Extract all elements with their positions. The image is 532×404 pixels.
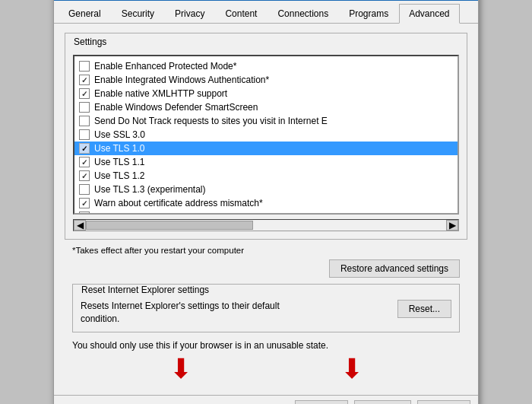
settings-group-box: Settings Enable Enhanced Protected Mode*… <box>65 33 467 240</box>
setting-label: Warn if changing between secure and not … <box>94 212 318 213</box>
scroll-left-btn[interactable]: ◀ <box>74 220 86 231</box>
arrow-down-left: ⬇ <box>169 355 192 383</box>
setting-label: Enable Integrated Windows Authentication… <box>94 75 269 85</box>
scrollbar-thumb[interactable] <box>86 221 253 230</box>
setting-label: Use TLS 1.3 (experimental) <box>94 184 206 195</box>
checkbox[interactable] <box>79 184 90 195</box>
tab-general[interactable]: General <box>59 4 111 23</box>
list-item[interactable]: Use TLS 1.3 (experimental) <box>74 183 458 196</box>
setting-label: Warn about certificate address mismatch* <box>94 198 263 208</box>
list-item[interactable]: Enable Enhanced Protected Mode* <box>74 59 458 73</box>
settings-list[interactable]: Enable Enhanced Protected Mode* Enable I… <box>74 56 458 213</box>
cancel-button[interactable]: Cancel <box>354 400 411 404</box>
restart-note: *Takes effect after you restart your com… <box>72 246 460 255</box>
list-item[interactable]: Use TLS 1.2 <box>74 169 458 183</box>
reset-section-content: Resets Internet Explorer's settings to t… <box>73 295 459 332</box>
ok-button[interactable]: OK <box>295 400 348 404</box>
setting-label: Enable native XMLHTTP support <box>94 88 227 99</box>
reset-description: Resets Internet Explorer's settings to t… <box>81 300 390 326</box>
checkbox[interactable] <box>79 143 90 154</box>
reset-button[interactable]: Reset... <box>397 300 451 318</box>
list-item[interactable]: Enable Integrated Windows Authentication… <box>74 73 458 87</box>
horizontal-scrollbar[interactable]: ◀ ▶ <box>73 219 459 231</box>
scroll-right-btn[interactable]: ▶ <box>446 220 458 231</box>
arrows-row: ⬇ ⬇ <box>65 355 467 383</box>
tab-programs[interactable]: Programs <box>339 4 398 23</box>
list-item[interactable]: Enable Windows Defender SmartScreen <box>74 100 458 114</box>
warning-text: You should only use this if your browser… <box>72 340 460 351</box>
reset-section-title: Reset Internet Explorer settings <box>79 285 211 295</box>
checkbox[interactable] <box>79 170 90 181</box>
setting-label: Send Do Not Track requests to sites you … <box>94 116 328 126</box>
restore-advanced-settings-button[interactable]: Restore advanced settings <box>329 259 460 278</box>
list-item[interactable]: Warn if changing between secure and not … <box>74 210 458 213</box>
checkbox[interactable] <box>79 212 90 213</box>
checkbox[interactable] <box>79 61 90 72</box>
checkbox[interactable] <box>79 75 90 85</box>
tab-content[interactable]: Content <box>215 4 267 23</box>
restore-btn-row: Restore advanced settings <box>72 259 460 278</box>
list-item[interactable]: Use SSL 3.0 <box>74 128 458 142</box>
checkbox[interactable] <box>79 157 90 167</box>
list-item-selected[interactable]: Use TLS 1.0 <box>74 142 458 155</box>
setting-label: Use TLS 1.1 <box>94 157 144 167</box>
settings-list-container: Enable Enhanced Protected Mode* Enable I… <box>73 55 459 215</box>
tab-privacy[interactable]: Privacy <box>165 4 214 23</box>
arrow-down-right: ⬇ <box>340 355 363 383</box>
settings-group-title: Settings <box>71 37 109 47</box>
setting-label: Use TLS 1.2 <box>94 170 144 181</box>
setting-label: Enable Windows Defender SmartScreen <box>94 102 258 113</box>
checkbox[interactable] <box>79 88 90 99</box>
list-item[interactable]: Enable native XMLHTTP support <box>74 87 458 100</box>
button-row: OK Cancel Apply <box>54 395 478 404</box>
content-area: Settings Enable Enhanced Protected Mode*… <box>54 24 478 395</box>
setting-label: Use TLS 1.0 <box>94 143 144 154</box>
tabs-bar: General Security Privacy Content Connect… <box>54 1 478 24</box>
tab-advanced[interactable]: Advanced <box>399 4 459 24</box>
checkbox[interactable] <box>79 116 90 126</box>
list-item[interactable]: Warn about certificate address mismatch* <box>74 196 458 210</box>
checkbox[interactable] <box>79 198 90 208</box>
checkbox[interactable] <box>79 129 90 140</box>
checkbox[interactable] <box>79 102 90 113</box>
tab-connections[interactable]: Connections <box>268 4 338 23</box>
internet-properties-dialog: Internet Properties ? ✕ General Security… <box>53 0 479 404</box>
tab-security[interactable]: Security <box>112 4 164 23</box>
apply-button[interactable]: Apply <box>417 400 470 404</box>
reset-section: Reset Internet Explorer settings Resets … <box>72 284 460 332</box>
list-item[interactable]: Send Do Not Track requests to sites you … <box>74 114 458 128</box>
setting-label: Enable Enhanced Protected Mode* <box>94 61 236 72</box>
list-item[interactable]: Use TLS 1.1 <box>74 155 458 169</box>
setting-label: Use SSL 3.0 <box>94 129 145 140</box>
